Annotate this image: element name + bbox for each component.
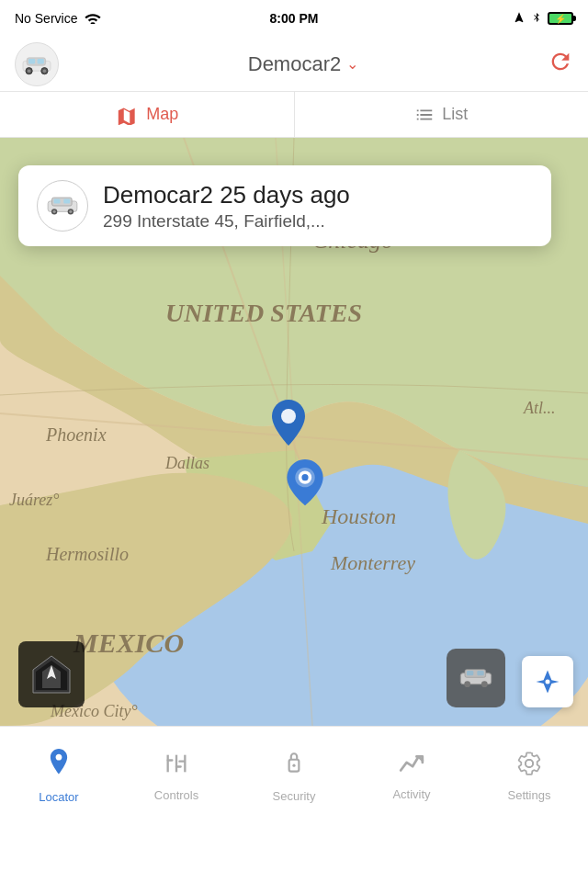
svg-text:Hermosillo: Hermosillo <box>45 544 129 564</box>
controls-label: Controls <box>154 788 198 802</box>
map-tab-label: Map <box>146 105 178 124</box>
svg-text:UNITED STATES: UNITED STATES <box>165 299 362 327</box>
car-name-container[interactable]: Democar2 ⌄ <box>248 52 358 76</box>
svg-point-32 <box>69 210 72 213</box>
svg-rect-53 <box>178 761 185 763</box>
svg-rect-3 <box>38 59 44 63</box>
security-label: Security <box>273 789 316 803</box>
tab-map[interactable]: Map <box>0 92 294 137</box>
bluetooth-icon <box>531 11 542 27</box>
nav-item-settings[interactable]: Settings <box>470 727 588 817</box>
car-locator-button[interactable] <box>447 649 505 707</box>
popup-info: Democar2 25 days ago 299 Interstate 45, … <box>103 181 350 232</box>
svg-rect-50 <box>175 755 177 773</box>
bottom-nav: Locator Controls Security <box>0 726 588 817</box>
svg-rect-43 <box>467 671 473 675</box>
svg-point-45 <box>464 681 470 687</box>
nav-item-controls[interactable]: Controls <box>118 727 235 817</box>
svg-rect-44 <box>477 671 483 675</box>
svg-rect-52 <box>184 755 186 773</box>
svg-rect-51 <box>175 765 182 767</box>
svg-point-56 <box>526 760 533 767</box>
svg-point-33 <box>281 409 296 424</box>
direction-icon <box>513 11 526 27</box>
view-tabs: Map List <box>0 92 588 138</box>
location-popup: Democar2 25 days ago 299 Interstate 45, … <box>18 165 551 246</box>
status-bar: No Service 8:00 PM ⚡ <box>0 0 588 37</box>
list-tab-label: List <box>442 105 468 124</box>
security-icon <box>282 750 306 784</box>
svg-text:Houston: Houston <box>321 504 396 528</box>
svg-rect-28 <box>63 198 70 203</box>
battery-icon: ⚡ <box>548 12 573 25</box>
status-time: 8:00 PM <box>270 11 319 26</box>
svg-text:Juárez°: Juárez° <box>9 491 60 509</box>
popup-address: 299 Interstate 45, Fairfield,... <box>103 211 350 232</box>
nav-item-activity[interactable]: Activity <box>353 727 470 817</box>
refresh-button[interactable] <box>548 49 573 80</box>
svg-point-47 <box>546 680 550 684</box>
car-name-label: Democar2 <box>248 52 341 76</box>
map-marker-current[interactable] <box>285 459 325 509</box>
header: Democar2 ⌄ <box>0 37 588 92</box>
svg-point-5 <box>28 69 31 73</box>
nav-item-locator[interactable]: Locator <box>0 727 118 817</box>
nav-item-security[interactable]: Security <box>235 727 353 817</box>
svg-text:Dallas: Dallas <box>164 454 209 472</box>
svg-text:Atl...: Atl... <box>523 399 556 417</box>
svg-point-36 <box>301 474 308 481</box>
activity-icon <box>399 752 424 782</box>
popup-title: Democar2 25 days ago <box>103 181 350 209</box>
svg-rect-2 <box>28 59 35 63</box>
map-marker-primary[interactable] <box>272 400 305 449</box>
svg-rect-27 <box>54 198 61 203</box>
svg-point-55 <box>292 764 295 767</box>
locator-icon <box>46 749 72 785</box>
svg-text:Phoenix: Phoenix <box>45 424 107 445</box>
compass-button[interactable] <box>522 656 573 707</box>
svg-text:MEXICO: MEXICO <box>73 628 184 658</box>
popup-car-icon <box>37 180 88 232</box>
svg-point-30 <box>53 210 56 213</box>
controls-icon <box>164 751 189 783</box>
locator-label: Locator <box>39 790 78 804</box>
settings-label: Settings <box>508 788 551 802</box>
svg-rect-49 <box>167 759 174 761</box>
wifi-icon <box>85 11 101 27</box>
map-area: UNITED STATES Chicago Houston Phoenix Ju… <box>0 138 588 726</box>
svg-text:Monterrey: Monterrey <box>330 551 415 574</box>
carrier-label: No Service <box>15 11 77 26</box>
svg-rect-48 <box>167 755 169 773</box>
map-logo-button[interactable] <box>18 641 85 707</box>
car-avatar[interactable] <box>15 42 59 86</box>
svg-point-7 <box>43 69 47 73</box>
svg-point-46 <box>481 681 488 687</box>
settings-icon <box>516 751 542 783</box>
chevron-down-icon: ⌄ <box>346 55 358 73</box>
activity-label: Activity <box>392 787 430 801</box>
tab-list[interactable]: List <box>295 92 589 137</box>
